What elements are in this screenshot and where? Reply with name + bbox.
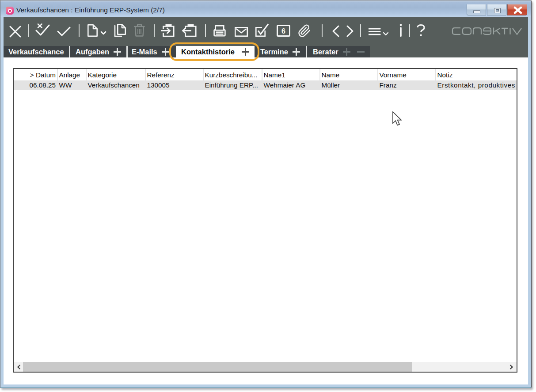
svg-text:6: 6 [281,27,285,35]
